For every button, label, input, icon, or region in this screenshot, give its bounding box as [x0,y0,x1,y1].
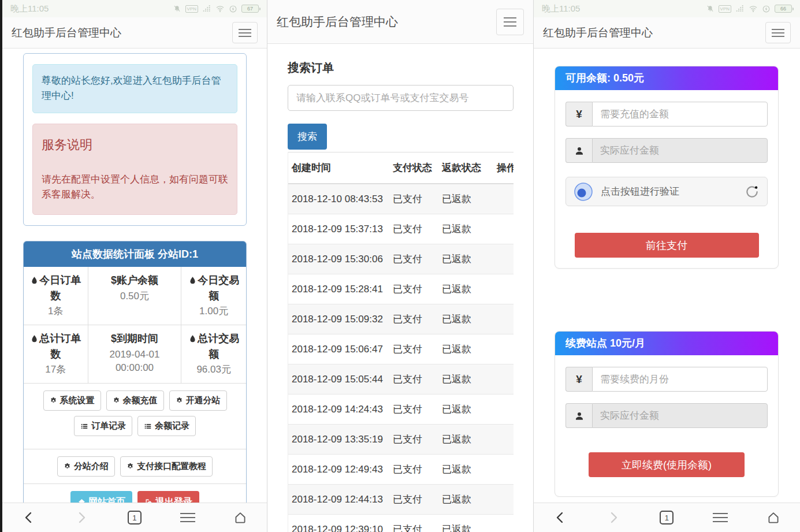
tabs-button[interactable]: 1 [653,511,680,524]
stat-account-balance: $账户余额 0.50元 [88,267,182,325]
cell-action [493,455,514,485]
renew-payable-input[interactable] [592,403,768,428]
browser-nav-bar: 1 [534,503,800,532]
cell-pay-status: 已支付 [389,184,438,214]
gear-icon [113,397,120,404]
cell-refund-status: 已返款 [438,515,493,532]
table-row: 2018-12-09 15:05:44已支付已返款 [288,364,514,395]
cell-created-time: 2018-12-09 12:39:10 [288,515,389,532]
go-pay-button[interactable]: 前往支付 [575,233,759,258]
cell-action [493,485,514,515]
cell-refund-status: 已返款 [438,304,493,334]
stat-today-orders: 今日订单数 1条 [24,267,88,325]
cell-action [493,244,514,274]
cell-created-time: 2018-12-09 12:49:43 [288,455,389,485]
gear-icon [126,463,134,470]
service-alert-title: 服务说明 [42,135,228,155]
home-nav-button[interactable] [760,510,787,525]
stats-grid: 今日订单数 1条 $账户余额 0.50元 今日交易额 1.00元 总计订单数 1… [24,267,246,384]
menu-icon[interactable] [496,9,524,35]
back-button[interactable] [15,511,43,524]
stat-total-volume: 总计交易额 96.03元 [181,325,246,384]
menu-icon[interactable] [765,22,791,43]
cell-refund-status: 已返款 [438,334,493,364]
home-nav-button[interactable] [226,510,254,525]
person-icon [565,138,592,163]
payment-config-tutorial-button[interactable]: 支付接口配置教程 [120,456,213,477]
order-records-button[interactable]: 订单记录 [74,416,132,436]
captcha-verify-button[interactable]: 点击按钮进行验证 [565,177,768,206]
recharge-amount-input[interactable] [592,102,768,127]
cell-action [493,214,514,244]
forward-button[interactable] [68,511,95,524]
status-time: 晚上11:05 [542,3,580,14]
cell-created-time: 2018-12-09 12:44:13 [288,485,389,515]
cell-created-time: 2018-12-09 15:28:41 [288,274,389,304]
balance-records-button[interactable]: 余额记录 [137,416,196,436]
vpn-badge: VPN [185,5,198,13]
cell-pay-status: 已支付 [389,334,438,364]
cell-created-time: 2018-12-10 08:43:53 [288,184,389,214]
cell-pay-status: 已支付 [389,425,438,455]
open-substation-button[interactable]: 开通分站 [169,390,227,411]
cell-action [493,184,514,214]
battery-icon: 66 [775,5,792,13]
cell-action [493,425,514,455]
renew-now-button[interactable]: 立即续费(使用余额) [589,452,745,477]
balance-recharge-button[interactable]: 余额充值 [106,390,164,411]
battery-icon: 67 [241,5,259,13]
system-settings-button[interactable]: 系统设置 [43,390,101,411]
back-icon [22,511,36,524]
menu-button[interactable] [174,513,202,522]
app-header: 红包助手后台管理中心 [534,17,800,49]
renew-months-input[interactable] [592,367,768,392]
back-icon [553,511,567,524]
mute-icon [173,5,181,13]
app-header: 红包助手后台管理中心 [267,0,533,44]
tabs-button[interactable]: 1 [121,511,148,524]
back-button[interactable] [546,511,574,524]
signal-icon [202,4,211,13]
menu-button[interactable] [706,513,734,522]
wifi-icon [215,4,225,13]
col-pay-status: 支付状态 [389,152,438,184]
battery-level: 67 [247,6,253,12]
cell-action [493,395,514,425]
search-button[interactable]: 搜索 [288,124,327,150]
gear-icon [64,463,71,470]
cell-refund-status: 已返款 [438,395,493,425]
cell-refund-status: 已返款 [438,485,493,515]
payable-amount-input[interactable] [592,138,768,163]
cell-pay-status: 已支付 [389,395,438,425]
signal-icon [735,4,745,13]
substation-intro-button[interactable]: 分站介绍 [57,456,115,477]
forward-button[interactable] [600,511,627,524]
person-icon [565,403,592,428]
menu-icon[interactable] [232,22,258,43]
renew-card-title: 续费站点 10元/月 [555,332,778,355]
app-header: 红包助手后台管理中心 [2,17,267,49]
forward-icon [75,511,88,524]
cell-created-time: 2018-12-09 13:35:19 [288,425,389,455]
forward-icon [606,511,620,524]
service-alert-body: 请先在配置中设置个人信息，如有问题可联系客服解决。 [42,172,228,203]
captcha-label: 点击按钮进行验证 [601,185,737,198]
welcome-alert: 尊敬的站长您好,欢迎进入红包助手后台管理中心! [32,64,237,113]
menu-lines-icon [180,513,195,522]
stats-panel-title: 站点数据统计面板 分站ID:1 [24,241,246,267]
vpn-badge: VPN [719,5,731,13]
refresh-icon[interactable] [745,184,760,199]
cell-action [493,364,514,395]
service-alert: 服务说明 请先在配置中设置个人信息，如有问题可联系客服解决。 [32,124,237,215]
table-row: 2018-12-10 08:43:53已支付已返款 [288,184,514,214]
power-icon [762,5,771,13]
page-title: 红包助手后台管理中心 [543,25,653,40]
cell-created-time: 2018-12-09 15:05:44 [288,364,389,395]
phone-middle: 红包助手后台管理中心 搜索订单 搜索 创建时间 支付状态 返款状态 操作 201 [267,0,534,532]
search-input[interactable] [288,85,514,111]
screenshot-stage: 晚上11:05 VPN 67 红包助手后台管理中心 尊敬的站长您好,欢迎进入红包… [0,0,800,532]
cell-action [493,334,514,364]
cell-created-time: 2018-12-09 15:30:06 [288,244,389,274]
table-row: 2018-12-09 13:35:19已支付已返款 [288,425,514,455]
search-orders-title: 搜索订单 [288,60,513,76]
